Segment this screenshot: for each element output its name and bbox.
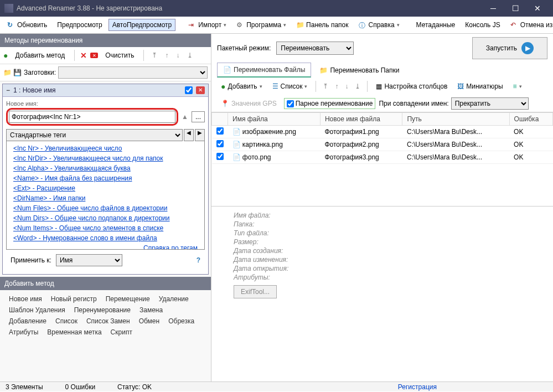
col-name[interactable]: Имя файла [228,113,321,126]
method-type-link[interactable]: Новый регистр [46,293,101,305]
run-button[interactable]: Запустить ▶ [472,37,547,59]
move-up-button[interactable]: ↑ [163,50,170,60]
tag-item[interactable]: <Ext> - Расширение [9,183,202,193]
col-path[interactable]: Путь [402,113,509,126]
columns-button[interactable]: ▦Настройка столбцов [372,80,451,92]
method-type-link[interactable]: Список [51,316,82,327]
new-name-label: Новое имя: [6,100,205,107]
tag-item[interactable]: <Num Items> - Общее число элементов в сп… [9,223,202,233]
table-row[interactable]: 📄 картинка.pngФотография2.pngC:\Users\Ma… [212,138,553,151]
batch-mode-select[interactable]: Переименовать [276,42,354,55]
gps-button[interactable]: 📍Значения GPS [217,97,281,110]
collapse-icon[interactable]: − [6,86,10,94]
exiftool-button[interactable]: ExifTool... [234,285,277,298]
tag-item[interactable]: <Word> - Нумерованное слово в имени файл… [9,233,202,243]
list-icon: ☰ [272,82,278,90]
file-move-up[interactable]: ↑ [333,81,340,91]
help-button[interactable]: ⓘСправка [355,19,404,31]
view-button[interactable]: ≡ [509,80,526,92]
move-down-button[interactable]: ↓ [174,50,182,60]
window-title: Advanced Renamer 3.88 - Не зарегистриров… [17,4,482,12]
method-1-checkbox[interactable] [185,86,193,94]
tags-help-link[interactable]: Справка по тегам [143,244,198,250]
info-filename: Имя файла: [234,211,531,220]
row-checkbox[interactable] [216,127,224,135]
move-top-button[interactable]: ⤒ [149,50,159,60]
method-type-link[interactable]: Обмен [135,316,164,327]
row-checkbox[interactable] [216,153,224,160]
file-move-top[interactable]: ⤒ [321,81,330,91]
tag-next[interactable]: ▶ [195,129,205,141]
add-method-button[interactable]: Добавить метод [11,49,69,61]
method-type-link[interactable]: Удаление [154,293,193,305]
method-1-title[interactable]: − 1 : Новое имя ✕ [3,84,208,97]
tag-item[interactable]: <Inc NrDir> - Увеличивающееся число для … [9,153,202,163]
import-icon: ⇥ [188,21,196,29]
list-button[interactable]: ☰Список [268,80,312,92]
method-type-link[interactable]: Шаблон Удаления [4,305,70,316]
pair-rename[interactable]: Парное переименование [284,98,376,109]
program-button[interactable]: ⚙Программа [232,19,290,31]
table-row[interactable]: 📄 фото.pngФотография3.pngC:\Users\Mara B… [212,151,553,164]
method-1-close[interactable]: ✕ [196,86,205,94]
method-type-link[interactable]: Перенумерование [70,305,135,316]
thumbnails-button[interactable]: 🖼Миниатюры [453,80,507,92]
add-files-button[interactable]: ●Добавить [217,80,266,93]
metadata-button[interactable]: Метаданные [412,19,459,31]
file-move-bottom[interactable]: ⤓ [353,81,363,91]
tag-prev[interactable]: ◀ [184,129,194,141]
browse-button[interactable]: ... [192,111,205,122]
minimize-button[interactable]: ─ [482,1,504,16]
pair-checkbox[interactable] [287,100,294,107]
method-type-link[interactable]: Временная метка [43,327,106,338]
up-btn[interactable]: ▲ [182,113,188,121]
left-panel: Методы переименования ● Добавить метод ✕… [0,34,211,381]
folder-panel-button[interactable]: 📁Панель папок [292,19,352,31]
new-name-input[interactable] [9,111,175,123]
method-type-link[interactable]: Атрибуты [4,327,43,338]
method-type-link[interactable]: Обрезка [164,316,199,327]
preview-button[interactable]: Предпросмотр [53,19,106,31]
method-type-link[interactable]: Перемещение [101,293,154,305]
tab-files[interactable]: 📄Переименовать Файлы [217,63,311,78]
tag-item[interactable]: <Inc Nr> - Увеличивающееся число [9,143,202,153]
undo-button[interactable]: ↶Отмена изменений... [507,19,553,31]
registration-link[interactable]: Регистрация [398,383,437,391]
clear-button[interactable]: Очистить [101,49,138,61]
console-js-button[interactable]: Консоль JS [461,19,504,31]
tag-item[interactable]: <Name> - Имя файла без расширения [9,173,202,183]
presets-select[interactable] [58,66,208,79]
method-type-link[interactable]: Скрипт [106,327,137,338]
tag-item[interactable]: <DirName> - Имя папки [9,193,202,203]
table-row[interactable]: 📄 изображение.pngФотография1.pngC:\Users… [212,126,553,138]
close-button[interactable]: ✕ [526,1,549,16]
autopreview-button[interactable]: АвтоПредпросмотр [108,19,176,31]
delete-icon[interactable]: ✕ [80,51,87,60]
tag-item[interactable]: <Num Dirs> - Общее число подпапок в дире… [9,213,202,223]
match-select[interactable]: Прекратить [451,97,529,110]
list-view-icon: ≡ [513,82,517,90]
file-move-down[interactable]: ↓ [343,81,350,91]
folder-icon[interactable]: 📁 [3,69,11,76]
import-button[interactable]: ⇥Импорт [184,19,230,31]
method-type-link[interactable]: Замена [135,305,167,316]
col-newname[interactable]: Новое имя файла [320,113,402,126]
tag-list[interactable]: <Inc Nr> - Увеличивающееся число <Inc Nr… [6,141,205,250]
refresh-button[interactable]: ↻Обновить [3,19,51,31]
col-error[interactable]: Ошибка [509,113,552,126]
tags-select[interactable]: Стандартные теги [6,129,183,141]
tag-item[interactable]: <Inc Alpha> - Увеличивающаяся буква [9,163,202,173]
tab-folders[interactable]: 📁Переименовать Папки [313,63,405,78]
save-icon[interactable]: 💾 [13,69,22,76]
file-icon: 📄 [232,141,241,148]
tag-item[interactable]: <Num Files> - Общее число файлов в дирек… [9,203,202,213]
method-type-link[interactable]: Новое имя [4,293,46,305]
row-checkbox[interactable] [216,140,224,147]
method-type-link[interactable]: Добавление [4,316,51,327]
move-bottom-button[interactable]: ⤓ [185,50,195,60]
apply-to-select[interactable]: Имя [56,254,122,266]
maximize-button[interactable]: ☐ [504,1,526,16]
right-panel: Пакетный режим: Переименовать Запустить … [211,34,553,381]
method-help-icon[interactable]: ? [197,256,200,264]
method-type-link[interactable]: Список Замен [82,316,135,327]
